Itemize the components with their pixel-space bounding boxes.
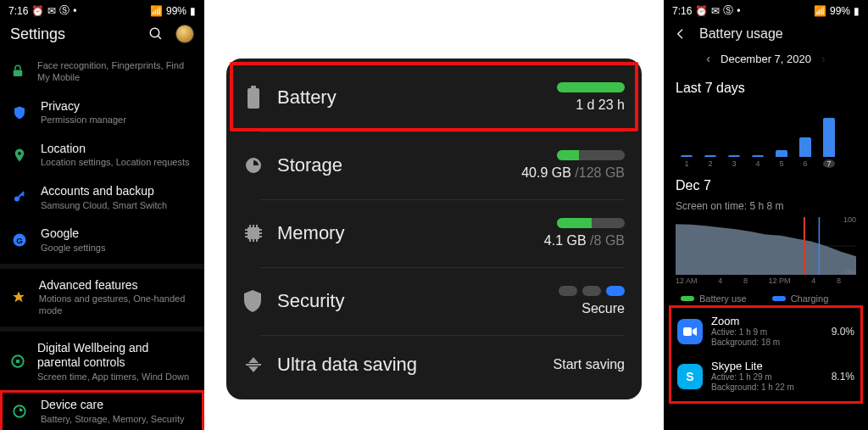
skype-icon: Ⓢ	[723, 3, 733, 18]
wellbeing-icon	[10, 354, 25, 369]
app-icon	[677, 319, 703, 344]
settings-row-location[interactable]: Location Location settings, Location req…	[0, 134, 204, 176]
search-icon[interactable]	[148, 26, 164, 42]
row-subtitle: Samsung Cloud, Smart Switch	[41, 200, 167, 212]
app-name: Zoom	[711, 315, 780, 327]
battery-pct: 99%	[166, 5, 186, 17]
mail-icon: ✉	[711, 5, 720, 17]
date-nav: ‹ December 7, 2020 ›	[664, 48, 868, 74]
settings-list: Face recognition, Fingerprints, Find My …	[0, 52, 204, 430]
day-bar[interactable]	[704, 104, 716, 157]
svg-text:G: G	[16, 236, 23, 245]
uds-icon	[243, 355, 277, 375]
day-bar[interactable]	[752, 104, 764, 157]
lock-icon	[10, 64, 25, 79]
avatar[interactable]	[175, 25, 194, 43]
row-label: Battery	[277, 87, 337, 109]
alarm-icon: ⏰	[695, 5, 708, 17]
day-bar[interactable]	[728, 104, 740, 157]
settings-row-biometrics[interactable]: Face recognition, Fingerprints, Find My …	[0, 52, 204, 92]
back-icon[interactable]	[674, 27, 687, 41]
page-title: Battery usage	[699, 26, 783, 42]
pin-icon	[10, 148, 29, 163]
day-bar[interactable]	[823, 104, 835, 157]
day-bar[interactable]	[681, 104, 693, 157]
device-care-row-battery[interactable]: Battery1 d 23 h	[226, 64, 642, 131]
app-icon: S	[677, 364, 703, 389]
legend: Battery use Charging	[676, 288, 856, 309]
day-label[interactable]: 6	[799, 159, 811, 168]
device-care-row-security[interactable]: SecuritySecure	[226, 267, 642, 335]
settings-screen: 7:16 ⏰ ✉ Ⓢ • 📶 99% ▮ Settings Face recog…	[0, 0, 204, 430]
row-title: Device care	[41, 398, 185, 413]
battery-level-chart[interactable]: 100 0%	[676, 217, 856, 275]
app-active: Active: 1 h 9 m	[711, 327, 780, 338]
device-care-row-uds[interactable]: Ultra data savingStart saving	[226, 335, 642, 394]
g-icon: G	[10, 232, 29, 248]
settings-row-google[interactable]: G Google Google settings	[0, 219, 204, 261]
shield-icon	[10, 105, 29, 120]
svg-point-0	[150, 28, 159, 37]
row-label: Ultra data saving	[277, 354, 417, 376]
settings-row-privacy[interactable]: Privacy Permission manager	[0, 92, 204, 134]
mail-icon: ✉	[47, 5, 56, 17]
y-label-bottom: 0%	[845, 268, 856, 276]
last7-bar-chart[interactable]	[676, 103, 856, 157]
settings-row-device-care[interactable]: Device care Battery, Storage, Memory, Se…	[0, 390, 204, 430]
day-label[interactable]: 7	[823, 159, 835, 168]
row-label: Memory	[277, 222, 344, 244]
battery-pct: 99%	[830, 5, 850, 17]
day-bar[interactable]	[799, 104, 811, 157]
app-row-skype-lite[interactable]: S Skype Lite Active: 1 h 29 m Background…	[676, 354, 856, 399]
app-usage-list: Zoom Active: 1 h 9 m Background: 18 m 9.…	[676, 309, 856, 399]
settings-row-accounts-and-backup[interactable]: Accounts and backup Samsung Cloud, Smart…	[0, 176, 204, 219]
legend-dot-charging	[772, 296, 786, 301]
day-bar[interactable]	[776, 104, 787, 157]
svg-point-8	[16, 360, 20, 364]
svg-rect-32	[804, 217, 805, 275]
row-title: Location	[41, 142, 190, 157]
row-value: 4.1 GB /8 GB	[544, 233, 625, 249]
device-care-panel-wrap: Battery1 d 23 hStorage40.9 GB /128 GBMem…	[221, 0, 647, 430]
day-label[interactable]: 1	[681, 159, 693, 168]
app-row-zoom[interactable]: Zoom Active: 1 h 9 m Background: 18 m 9.…	[676, 309, 856, 354]
svg-rect-16	[251, 86, 256, 88]
x-label: 12 AM	[676, 276, 698, 285]
legend-use: Battery use	[699, 293, 747, 304]
svg-point-3	[18, 152, 21, 155]
settings-row-digital-wellbeing-and-parental-controls[interactable]: Digital Wellbeing and parental controls …	[0, 333, 204, 391]
device-care-row-storage[interactable]: Storage40.9 GB /128 GB	[226, 131, 642, 199]
device-care-card: Battery1 d 23 hStorage40.9 GB /128 GBMem…	[226, 59, 642, 399]
row-subtitle: Permission manager	[41, 114, 126, 126]
svg-line-1	[158, 36, 161, 39]
wifi-icon: 📶	[150, 5, 163, 17]
x-label: 12 PM	[769, 276, 791, 285]
day-label[interactable]: 4	[752, 159, 764, 168]
row-subtitle: Google settings	[41, 243, 105, 254]
day-label[interactable]: 2	[704, 159, 716, 168]
svg-rect-15	[248, 88, 259, 109]
row-value: Secure	[581, 301, 625, 316]
current-date: December 7, 2020	[721, 53, 811, 65]
wifi-icon: 📶	[814, 5, 826, 17]
row-title: Advanced features	[39, 278, 194, 293]
day-label[interactable]: 5	[776, 159, 787, 168]
prev-day-icon[interactable]: ‹	[706, 52, 710, 65]
titlebar: Battery usage	[664, 20, 868, 48]
row-label: Security	[277, 290, 344, 312]
app-active: Active: 1 h 29 m	[711, 372, 794, 383]
device-care-row-memory[interactable]: Memory4.1 GB /8 GB	[226, 199, 642, 267]
security-icon	[243, 290, 277, 312]
svg-rect-33	[819, 217, 821, 275]
x-label: 8	[743, 276, 748, 285]
settings-row-advanced-features[interactable]: Advanced features Motions and gestures, …	[0, 271, 204, 325]
app-name: Skype Lite	[711, 360, 794, 372]
app-pct: 8.1%	[832, 371, 854, 383]
day-label[interactable]: 3	[728, 159, 740, 168]
battery-x-labels: 12 AM4812 PM48	[676, 276, 856, 285]
alarm-icon: ⏰	[31, 5, 44, 17]
row-title: Digital Wellbeing and parental controls	[37, 341, 194, 371]
svg-rect-34	[683, 327, 692, 336]
skype-icon: Ⓢ	[59, 3, 70, 18]
key-icon	[10, 190, 29, 205]
